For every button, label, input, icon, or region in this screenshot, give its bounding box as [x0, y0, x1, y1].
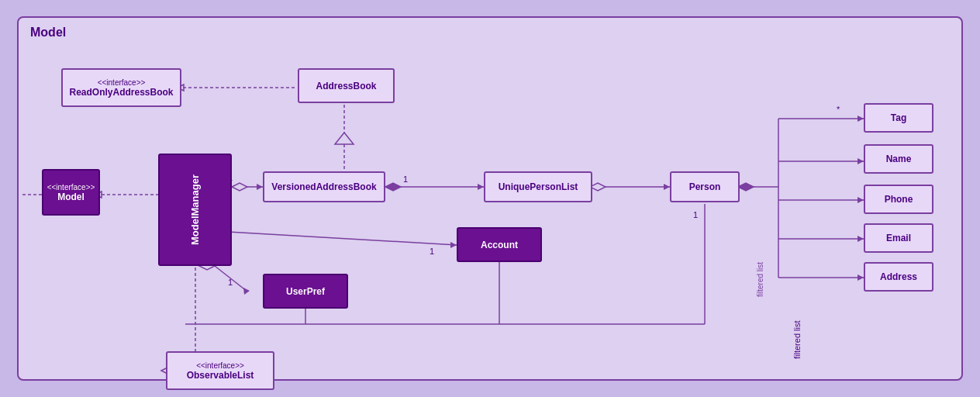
observable-list-stereotype: <<interface>> — [196, 361, 244, 370]
observable-list-box: <<interface>> ObservableList — [166, 351, 274, 390]
svg-marker-11 — [257, 184, 263, 190]
email-name: Email — [886, 233, 911, 243]
address-name: Address — [880, 271, 917, 282]
model-manager-box: ModelManager — [158, 154, 232, 266]
tag-name: Tag — [891, 112, 906, 123]
svg-text:1: 1 — [403, 174, 408, 184]
svg-marker-21 — [738, 183, 754, 191]
svg-text:1: 1 — [430, 247, 434, 256]
phone-box: Phone — [864, 185, 933, 214]
observable-list-name: ObservableList — [187, 370, 254, 381]
svg-marker-15 — [478, 184, 484, 190]
svg-marker-13 — [385, 183, 401, 191]
uml-diagram: Model 1 1 * — [17, 16, 963, 381]
svg-text:filtered list: filtered list — [756, 262, 764, 297]
svg-text:*: * — [837, 105, 840, 114]
svg-marker-33 — [858, 274, 864, 281]
addressbook-name: AddressBook — [316, 81, 376, 91]
svg-marker-8 — [335, 133, 354, 144]
svg-marker-29 — [858, 197, 864, 203]
interface-model-stereotype: <<interface>> — [47, 183, 95, 192]
versioned-addressbook-box: VersionedAddressBook — [263, 171, 385, 202]
addressbook-box: AddressBook — [298, 68, 395, 103]
email-box: Email — [864, 223, 933, 253]
address-box: Address — [864, 262, 933, 292]
svg-marker-25 — [858, 116, 864, 122]
interface-model-name: Model — [57, 192, 85, 202]
svg-text:filtered list: filtered list — [792, 320, 802, 359]
account-box: Account — [457, 227, 542, 262]
unique-person-list-name: UniquePersonList — [499, 181, 578, 192]
account-name: Account — [481, 240, 518, 250]
tag-box: Tag — [864, 103, 933, 133]
interface-model-box: <<interface>> Model — [42, 169, 100, 216]
userpref-box: UserPref — [263, 274, 348, 309]
name-box: Name — [864, 144, 933, 174]
svg-text:1: 1 — [228, 278, 233, 287]
svg-text:1: 1 — [693, 210, 698, 219]
svg-marker-27 — [858, 158, 864, 164]
svg-marker-19 — [664, 184, 670, 190]
svg-marker-17 — [590, 183, 606, 191]
phone-name: Phone — [885, 194, 913, 205]
model-manager-name: ModelManager — [189, 174, 201, 245]
svg-line-36 — [215, 231, 457, 245]
readonly-addressbook-box: <<interface>> ReadOnlyAddressBook — [61, 68, 181, 107]
svg-marker-31 — [858, 236, 864, 242]
unique-person-list-box: UniquePersonList — [484, 171, 592, 202]
person-box: Person — [670, 171, 740, 202]
svg-marker-9 — [232, 183, 247, 191]
userpref-name: UserPref — [286, 286, 325, 297]
readonly-addressbook-stereotype: <<interface>> — [98, 78, 146, 87]
svg-marker-41 — [243, 288, 250, 295]
name-name: Name — [886, 154, 912, 164]
readonly-addressbook-name: ReadOnlyAddressBook — [69, 87, 173, 98]
svg-marker-37 — [450, 242, 457, 248]
versioned-addressbook-name: VersionedAddressBook — [271, 181, 376, 192]
person-name: Person — [689, 181, 721, 192]
